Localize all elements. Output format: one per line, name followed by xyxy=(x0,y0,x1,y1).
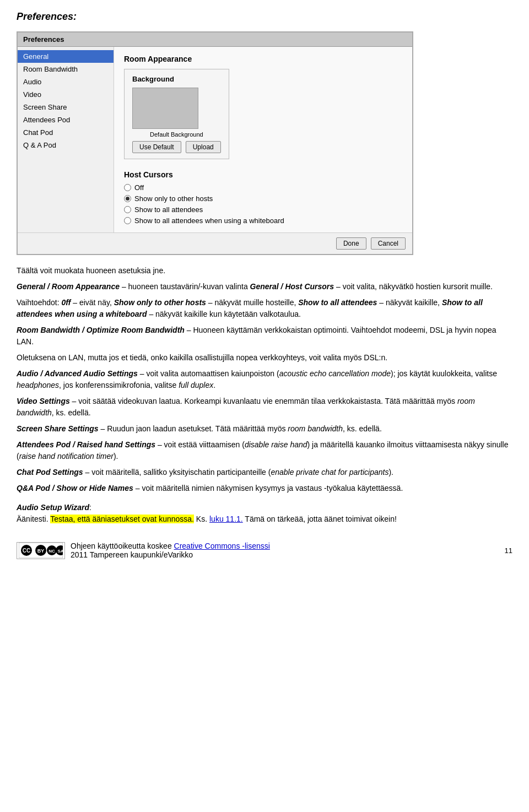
text-video1: – voit säätää videokuvan laatua. Korkeam… xyxy=(72,397,457,405)
text-vaihtoehdot5: – näkyvät kaikille kun käytetään valkota… xyxy=(149,310,301,318)
host-cursors-title: Host Cursors xyxy=(124,170,402,179)
text-screen-share2: , ks. edellä. xyxy=(343,424,382,433)
text-lan: Oletuksena on LAN, mutta jos et tiedä, o… xyxy=(17,353,387,362)
audio-setup-text3: Tämä on tärkeää, jotta äänet toimivat oi… xyxy=(245,515,396,523)
host-cursors-radio-group: Off Show only to other hosts Show to all… xyxy=(124,183,402,225)
svg-text:CC: CC xyxy=(23,548,30,554)
dialog-titlebar: Preferences xyxy=(18,33,412,47)
heading-attendees: Attendees Pod / Raised hand Settings xyxy=(17,440,155,449)
text-vaihtoehdot3: – näkyvät muille hosteille, xyxy=(208,298,298,307)
heading-screen-share: Screen Share Settings xyxy=(17,424,99,433)
para-room-bandwidth: Room Bandwidth / Optimize Room Bandwidth… xyxy=(17,324,512,348)
heading-host-cursors: General / Host Cursors xyxy=(250,282,334,291)
para-general-appearance: General / Room Appearance – huoneen taus… xyxy=(17,281,512,293)
radio-off-label: Off xyxy=(134,183,144,192)
audio-setup-link[interactable]: luku 11.1. xyxy=(209,515,243,523)
text-qa-pod: – voit määritellä nimien näkymisen kysym… xyxy=(136,484,403,492)
heading-video: Video Settings xyxy=(17,397,70,405)
content-section: Täältä voit muokata huoneen asetuksia jn… xyxy=(17,265,512,494)
sidebar-item-audio[interactable]: Audio xyxy=(18,75,114,88)
radio-show-whiteboard-circle xyxy=(124,217,131,224)
sidebar-item-attendees-pod[interactable]: Attendees Pod xyxy=(18,113,114,126)
page-footer: CC BY NC SA Ohjeen käyttöoikeutta koskee… xyxy=(17,542,512,559)
text-host-cursors: – voit valita, näkyvätkö hostien kursori… xyxy=(336,282,493,291)
background-subsection: Background Default Background Use Defaul… xyxy=(124,69,229,159)
text-screen-share-italic: room bandwidth xyxy=(288,424,343,433)
radio-show-all-label: Show to all attendees xyxy=(134,205,203,214)
background-preview xyxy=(132,88,198,129)
preferences-dialog: Preferences General Room Bandwidth Audio… xyxy=(17,31,413,255)
para-chat-pod: Chat Pod Settings – voit määritellä, sal… xyxy=(17,467,512,478)
text-general-appearance: – huoneen taustavärin/-kuvan valinta xyxy=(122,282,248,291)
sidebar-item-chat-pod[interactable]: Chat Pod xyxy=(18,126,114,139)
text-audio4: . xyxy=(213,381,215,389)
text-vaihtoehdot1: Vaihtoehdot: xyxy=(17,298,61,307)
para-qa-pod: Q&A Pod / Show or Hide Names – voit määr… xyxy=(17,483,512,494)
radio-show-whiteboard-label: Show to all attendees when using a white… xyxy=(134,216,284,225)
radio-show-whiteboard[interactable]: Show to all attendees when using a white… xyxy=(124,216,402,225)
audio-setup-colon: : xyxy=(89,503,91,512)
text-audio-italic2: headphones xyxy=(17,381,59,389)
background-label: Background xyxy=(132,75,221,83)
text-audio2: ); jos käytät kuulokkeita, valitse xyxy=(391,369,497,378)
audio-setup-text2: Ks. xyxy=(196,515,209,523)
sidebar-item-general[interactable]: General xyxy=(18,50,114,63)
audio-setup-section: Audio Setup Wizard: Äänitesti. Testaa, e… xyxy=(17,502,512,525)
para-vaihtoehdot: Vaihtoehdot: 0ff – eivät näy, Show only … xyxy=(17,297,512,320)
room-appearance-title: Room Appearance xyxy=(124,55,402,63)
text-attendees3: ). xyxy=(114,452,118,461)
text-chat-pod-italic: enable private chat for participants xyxy=(271,468,388,477)
dialog-footer: Done Cancel xyxy=(18,232,412,254)
cancel-button[interactable]: Cancel xyxy=(371,237,406,250)
footer-text1: Ohjeen käyttöoikeutta koskee xyxy=(71,542,174,550)
dialog-sidebar: General Room Bandwidth Audio Video Scree… xyxy=(18,47,114,232)
heading-chat-pod: Chat Pod Settings xyxy=(17,468,83,477)
option-off: 0ff xyxy=(61,298,71,307)
text-video2: , ks. edellä. xyxy=(52,408,91,417)
audio-setup-heading: Audio Setup Wizard xyxy=(17,503,89,512)
page-title: Preferences: xyxy=(17,11,512,23)
footer-link[interactable]: Creative Commons -lisenssi xyxy=(174,542,270,550)
text-audio1: – voit valita automaattisen kaiunpoiston… xyxy=(140,369,279,378)
done-button[interactable]: Done xyxy=(336,237,366,250)
heading-qa-pod: Q&A Pod / Show or Hide Names xyxy=(17,484,133,492)
svg-text:NC: NC xyxy=(48,549,55,554)
footer-org: 2011 Tampereen kaupunki/eVarikko xyxy=(71,550,193,559)
para-video: Video Settings – voit säätää videokuvan … xyxy=(17,396,512,419)
heading-audio: Audio / Advanced Audio Settings xyxy=(17,369,138,378)
radio-show-all-circle xyxy=(124,206,131,213)
sidebar-item-room-bandwidth[interactable]: Room Bandwidth xyxy=(18,63,114,75)
radio-show-hosts-label: Show only to other hosts xyxy=(134,194,213,203)
text-attendees-italic2: raise hand notification timer xyxy=(19,452,114,461)
cc-badge: CC BY NC SA xyxy=(17,542,65,559)
audio-setup-para: Audio Setup Wizard: Äänitesti. Testaa, e… xyxy=(17,502,512,525)
text-attendees1: – voit estää viittaamisen ( xyxy=(158,440,245,449)
main-panel: Room Appearance Background Default Backg… xyxy=(114,47,412,232)
svg-text:SA: SA xyxy=(57,549,63,554)
radio-show-hosts-circle xyxy=(124,195,131,202)
svg-text:BY: BY xyxy=(37,548,45,554)
text-audio-italic1: acoustic echo cancellation mode xyxy=(279,369,391,378)
default-background-label: Default Background xyxy=(132,131,221,138)
text-audio-italic3: full duplex xyxy=(179,381,213,389)
text-screen-share1: – Ruudun jaon laadun asetukset. Tätä mää… xyxy=(101,424,288,433)
radio-show-hosts[interactable]: Show only to other hosts xyxy=(124,194,402,203)
text-audio3: , jos konferenssimikrofonia, valitse xyxy=(59,381,179,389)
para-audio: Audio / Advanced Audio Settings – voit v… xyxy=(17,368,512,391)
text-vaihtoehdot2: – eivät näy, xyxy=(73,298,114,307)
radio-off[interactable]: Off xyxy=(124,183,402,192)
heading-general-appearance: General / Room Appearance xyxy=(17,282,120,291)
use-default-button[interactable]: Use Default xyxy=(132,141,181,153)
text-chat-pod2: ). xyxy=(388,468,393,477)
text-vaihtoehdot4: – näkyvät kaikille, xyxy=(379,298,442,307)
text-chat-pod1: – voit määritellä, sallitko yksityischat… xyxy=(85,468,271,477)
footer-text-block: Ohjeen käyttöoikeutta koskee Creative Co… xyxy=(71,542,270,559)
radio-show-all[interactable]: Show to all attendees xyxy=(124,205,402,214)
sidebar-item-video[interactable]: Video xyxy=(18,88,114,101)
option-show-all: Show to all attendees xyxy=(298,298,377,307)
text-attendees-italic1: disable raise hand xyxy=(245,440,307,449)
upload-button[interactable]: Upload xyxy=(186,141,221,153)
sidebar-item-screen-share[interactable]: Screen Share xyxy=(18,101,114,113)
sidebar-item-qa-pod[interactable]: Q & A Pod xyxy=(18,139,114,151)
para-attendees: Attendees Pod / Raised hand Settings – v… xyxy=(17,439,512,462)
